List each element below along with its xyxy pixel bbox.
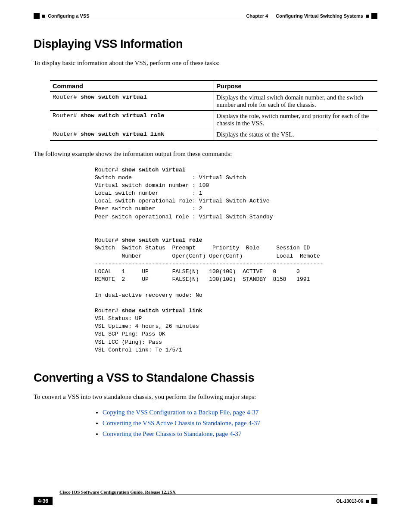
cmd-purpose: Displays the status of the VSL. bbox=[214, 129, 377, 141]
header-section: Configuring a VSS bbox=[48, 13, 90, 19]
footer-rule bbox=[59, 495, 377, 495]
footer-decor-block-small bbox=[366, 500, 369, 503]
list-item: Converting the VSS Active Chassis to Sta… bbox=[103, 420, 377, 427]
header-decor-block-small-r bbox=[366, 15, 369, 18]
xref-link[interactable]: Copying the VSS Configuration to a Backu… bbox=[103, 409, 258, 416]
page-footer: Cisco IOS Software Configuration Guide, … bbox=[34, 494, 377, 505]
footer-decor-block-large bbox=[371, 498, 377, 504]
cmd-prompt: Router# bbox=[53, 94, 81, 100]
xref-link[interactable]: Converting the Peer Chassis to Standalon… bbox=[103, 430, 241, 437]
heading-displaying-vss-information: Displaying VSS Information bbox=[34, 37, 377, 51]
table-head-command: Command bbox=[50, 81, 214, 92]
table-head-purpose: Purpose bbox=[214, 81, 377, 92]
xref-link[interactable]: Converting the VSS Active Chassis to Sta… bbox=[103, 420, 260, 426]
footer-doc-id: OL-13013-06 bbox=[336, 498, 363, 504]
cmd-text: show switch virtual link bbox=[81, 131, 164, 137]
steps-list: Copying the VSS Configuration to a Backu… bbox=[95, 409, 377, 438]
running-header: Configuring a VSS Chapter 4 Configuring … bbox=[34, 13, 377, 19]
header-chapter-title: Configuring Virtual Switching Systems bbox=[276, 13, 363, 19]
command-table: Command Purpose Router# show switch virt… bbox=[50, 80, 377, 141]
heading-converting-vss-to-standalone: Converting a VSS to Standalone Chassis bbox=[34, 371, 377, 385]
cmd-prompt: Router# bbox=[53, 131, 81, 137]
table-row: Router# show switch virtual role Display… bbox=[50, 111, 377, 129]
footer-guide-title: Cisco IOS Software Configuration Guide, … bbox=[59, 489, 377, 495]
example-intro: The following example shows the informat… bbox=[34, 149, 377, 158]
table-row: Router# show switch virtual link Display… bbox=[50, 129, 377, 141]
cmd-purpose: Displays the virtual switch domain numbe… bbox=[214, 92, 377, 111]
table-row: Router# show switch virtual Displays the… bbox=[50, 92, 377, 111]
intro-paragraph-a: To display basic information about the V… bbox=[34, 59, 377, 67]
intro-paragraph-b: To convert a VSS into two standalone cha… bbox=[34, 392, 377, 401]
list-item: Copying the VSS Configuration to a Backu… bbox=[103, 409, 377, 416]
header-decor-block-large-r bbox=[371, 13, 377, 19]
header-decor-block-large bbox=[34, 13, 40, 19]
header-rule bbox=[34, 20, 377, 20]
page-number-badge: 4-36 bbox=[34, 497, 53, 505]
cmd-purpose: Displays the role, switch number, and pr… bbox=[214, 111, 377, 129]
header-chapter-label: Chapter 4 bbox=[246, 13, 268, 19]
cmd-text: show switch virtual bbox=[81, 94, 147, 100]
header-decor-block-small bbox=[42, 15, 45, 18]
cli-output-1: Router# show switch virtual Switch mode … bbox=[95, 166, 377, 355]
list-item: Converting the Peer Chassis to Standalon… bbox=[103, 430, 377, 438]
cmd-text: show switch virtual role bbox=[81, 112, 164, 119]
cmd-prompt: Router# bbox=[53, 112, 81, 119]
